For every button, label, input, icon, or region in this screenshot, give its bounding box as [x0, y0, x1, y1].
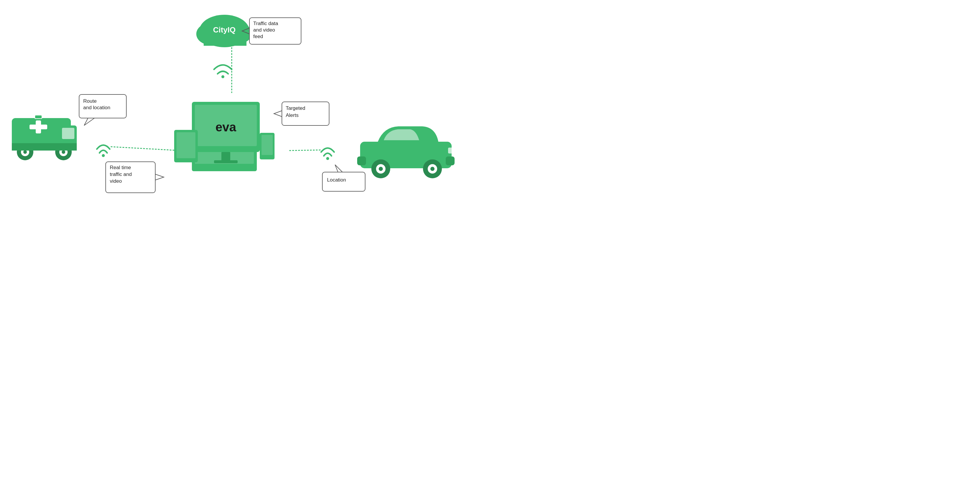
- svg-line-38: [289, 150, 322, 151]
- route-text-2: and location: [83, 105, 110, 110]
- svg-point-15: [21, 148, 29, 156]
- cloud-label: CityIQ: [213, 25, 236, 34]
- svg-rect-28: [192, 102, 260, 152]
- eva-label: eva: [215, 120, 236, 134]
- svg-rect-27: [195, 128, 254, 164]
- realtime-callout: Real time traffic and video: [106, 162, 164, 193]
- svg-point-14: [17, 144, 33, 160]
- svg-point-1: [196, 23, 226, 45]
- svg-rect-20: [12, 143, 77, 151]
- svg-rect-31: [214, 160, 238, 163]
- alerts-text-1: Targeted: [286, 105, 305, 111]
- svg-point-18: [59, 148, 68, 156]
- svg-rect-24: [106, 162, 155, 193]
- svg-rect-9: [59, 126, 77, 151]
- svg-rect-33: [177, 132, 196, 158]
- wifi-left-icon: [97, 145, 110, 158]
- location-text: Location: [327, 177, 346, 183]
- cityiq-cloud: CityIQ: [196, 15, 252, 47]
- svg-rect-35: [261, 135, 273, 155]
- svg-rect-39: [322, 172, 365, 191]
- eva-cluster: eva: [174, 102, 275, 171]
- svg-point-45: [379, 167, 383, 171]
- svg-point-0: [199, 15, 250, 47]
- svg-point-3: [202, 25, 247, 46]
- svg-rect-30: [221, 152, 230, 161]
- svg-point-16: [23, 150, 27, 154]
- traffic-data-text-1: Traffic data: [253, 21, 278, 26]
- route-text-1: Route: [83, 98, 97, 104]
- svg-point-21: [102, 154, 105, 157]
- svg-point-17: [55, 144, 72, 160]
- alerts-text-2: Alerts: [286, 113, 298, 118]
- svg-rect-5: [250, 18, 301, 44]
- traffic-data-text-2: and video: [253, 27, 275, 33]
- svg-point-37: [326, 157, 329, 160]
- svg-point-44: [376, 164, 385, 174]
- svg-rect-26: [192, 126, 257, 171]
- realtime-text-2: traffic and: [110, 172, 132, 177]
- svg-point-48: [430, 167, 434, 171]
- svg-point-2: [225, 23, 252, 44]
- route-location-callout: Route and location: [79, 94, 126, 126]
- svg-rect-34: [260, 133, 275, 159]
- svg-rect-42: [446, 156, 455, 165]
- location-callout: Location: [322, 165, 365, 191]
- svg-rect-10: [62, 128, 75, 139]
- svg-rect-41: [357, 156, 366, 165]
- svg-rect-4: [204, 34, 247, 46]
- svg-line-23: [111, 147, 180, 151]
- svg-rect-49: [448, 148, 453, 153]
- svg-rect-29: [195, 105, 257, 146]
- realtime-text-1: Real time: [110, 165, 131, 170]
- svg-rect-8: [12, 118, 71, 151]
- realtime-text-3: video: [110, 178, 122, 184]
- ambulance: [12, 115, 77, 160]
- svg-point-46: [423, 159, 442, 178]
- car: [357, 126, 455, 178]
- svg-rect-13: [35, 115, 42, 119]
- traffic-data-text-3: feed: [253, 33, 263, 39]
- svg-rect-25: [189, 145, 260, 148]
- svg-point-19: [62, 150, 65, 154]
- svg-rect-40: [360, 142, 452, 168]
- svg-rect-36: [282, 102, 329, 126]
- targeted-alerts-callout: Targeted Alerts: [274, 102, 329, 126]
- svg-rect-22: [79, 94, 126, 118]
- main-scene: CityIQ Traffic data and video feed: [0, 0, 490, 252]
- traffic-data-callout: Traffic data and video feed: [242, 18, 301, 44]
- wifi-center-icon: [214, 65, 232, 78]
- svg-point-47: [428, 164, 437, 174]
- svg-point-43: [371, 159, 390, 178]
- svg-rect-12: [36, 121, 41, 134]
- svg-rect-11: [30, 124, 47, 129]
- wifi-right-icon: [321, 148, 334, 160]
- svg-point-6: [221, 75, 224, 78]
- svg-rect-32: [174, 130, 198, 162]
